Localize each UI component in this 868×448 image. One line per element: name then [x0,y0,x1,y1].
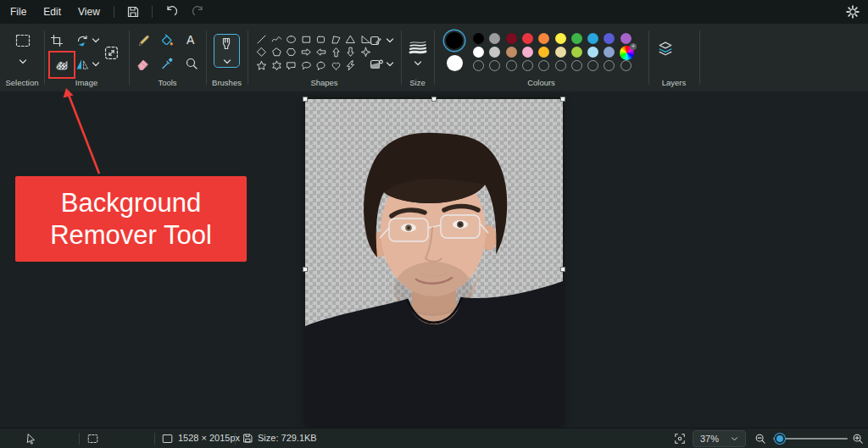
zoom-slider-thumb[interactable] [775,434,785,444]
redo-icon[interactable] [192,5,205,19]
shape-callout-round[interactable] [314,59,329,72]
shape-triangle[interactable] [343,33,359,46]
palette-colour[interactable] [620,33,632,44]
shape-arrow-left[interactable] [314,46,329,58]
menu-edit[interactable]: Edit [35,0,70,24]
shape-pentagon[interactable] [270,46,285,58]
shape-arrow-up[interactable] [329,46,344,58]
zoom-level-dropdown[interactable]: 37% [693,430,746,447]
fill-bucket-icon[interactable] [160,34,174,47]
selection-handle-middle-left[interactable] [303,267,308,272]
color-picker-icon[interactable] [160,57,174,70]
line-size-icon[interactable] [409,39,427,54]
shape-star-5[interactable] [254,59,270,72]
flip-dropdown-chevron-icon[interactable] [92,62,100,67]
foreground-colour-swatch[interactable] [446,32,463,49]
flip-icon[interactable] [75,58,89,71]
shape-arrow-down[interactable] [343,46,359,58]
shape-outline-icon[interactable] [370,35,383,47]
palette-colour[interactable] [555,33,566,44]
background-colour-swatch[interactable] [447,55,463,71]
shape-callout-rectangle[interactable] [284,59,299,72]
shape-rectangle[interactable] [299,33,314,46]
palette-colour[interactable] [571,33,582,44]
palette-colour[interactable] [506,47,517,58]
palette-colour[interactable] [489,33,500,44]
rectangle-select-icon[interactable] [15,34,31,47]
shape-line[interactable] [254,33,270,46]
portrait-photo [305,99,563,426]
palette-colour[interactable] [522,33,533,44]
palette-empty-slot[interactable] [506,60,517,71]
rotate-dropdown-chevron-icon[interactable] [92,38,100,43]
annotation-label: Background Remover Tool [15,176,247,262]
crop-icon[interactable] [50,34,64,47]
zoom-in-icon[interactable] [852,433,864,445]
palette-empty-slot[interactable] [489,60,500,71]
palette-colour[interactable] [538,33,549,44]
palette-colour[interactable] [522,47,533,58]
resize-image-icon[interactable] [104,46,119,60]
size-dropdown-chevron-icon[interactable] [414,61,422,66]
shape-outline-chevron-icon[interactable] [386,38,394,43]
palette-colour[interactable] [506,33,517,44]
save-icon[interactable] [126,5,140,19]
undo-icon[interactable] [164,5,178,19]
selection-dropdown-chevron-icon[interactable] [19,59,27,64]
palette-empty-slot[interactable] [604,60,615,71]
menu-file[interactable]: File [2,0,35,24]
rotate-icon[interactable] [75,34,89,47]
palette-empty-slot[interactable] [538,60,549,71]
shape-diamond[interactable] [254,46,270,58]
palette-colour[interactable] [604,47,615,58]
shape-heart[interactable] [329,59,344,72]
fit-to-screen-icon[interactable] [674,433,686,445]
canvas-size-icon [162,434,173,444]
shape-rounded-rectangle[interactable] [314,33,329,46]
group-label-colours: Colours [434,78,648,87]
eraser-icon[interactable] [136,57,150,70]
palette-empty-slot[interactable] [473,60,484,71]
shape-arrow-right[interactable] [299,46,314,58]
palette-colour[interactable] [473,47,484,58]
shape-oval[interactable] [284,33,299,46]
selection-handle-top-right[interactable] [560,97,565,102]
shape-star-4[interactable] [359,46,374,58]
palette-colour[interactable] [555,47,566,58]
selection-handle-middle-right[interactable] [560,267,565,272]
shape-fill-icon[interactable] [370,58,383,70]
shape-curve[interactable] [270,33,285,46]
shape-polygon[interactable] [329,33,344,46]
shape-star-6[interactable] [270,59,285,72]
shape-lightning[interactable] [343,59,359,72]
brush-icon [220,37,232,53]
pencil-icon[interactable] [137,34,151,47]
palette-colour[interactable] [489,47,500,58]
group-label-tools: Tools [129,78,206,87]
selection-handle-top-left[interactable] [303,97,308,102]
shape-hexagon[interactable] [284,46,299,58]
palette-empty-slot[interactable] [571,60,582,71]
palette-empty-slot[interactable] [587,60,598,71]
palette-empty-slot[interactable] [522,60,533,71]
shape-fill-chevron-icon[interactable] [386,62,394,67]
selection-handle-top-middle[interactable] [431,97,437,102]
palette-empty-slot[interactable] [620,60,632,71]
palette-empty-slot[interactable] [555,60,566,71]
layers-icon[interactable] [658,41,673,58]
image-canvas[interactable] [305,99,563,426]
brush-selected-frame[interactable] [214,34,240,68]
palette-colour[interactable] [571,47,582,58]
palette-colour[interactable] [473,33,484,44]
edit-colours-wheel-icon[interactable]: + [620,46,634,60]
palette-colour[interactable] [538,47,549,58]
zoom-out-icon[interactable] [754,433,766,445]
palette-colour[interactable] [587,47,598,58]
text-tool-icon[interactable]: A [186,34,194,46]
magnifier-tool-icon[interactable] [185,57,198,70]
menu-view[interactable]: View [70,0,108,24]
palette-colour[interactable] [604,33,615,44]
shape-callout-oval[interactable] [299,59,314,72]
palette-colour[interactable] [587,33,598,44]
settings-gear-icon[interactable] [846,5,860,19]
